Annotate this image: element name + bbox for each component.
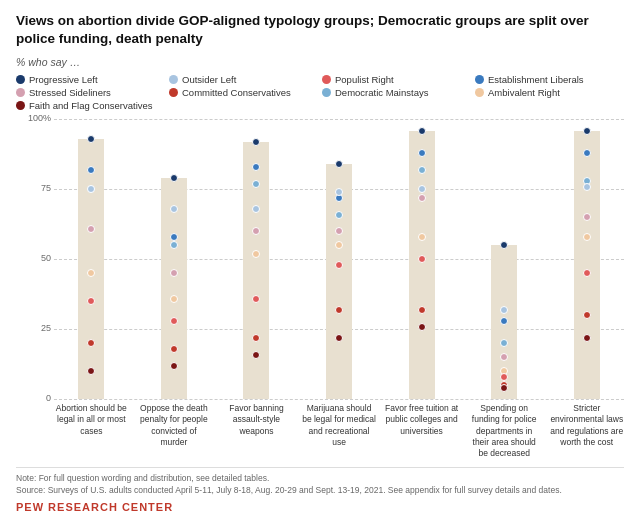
legend-dot <box>475 75 484 84</box>
data-dot <box>418 166 426 174</box>
legend-item: Faith and Flag Conservatives <box>16 100 165 111</box>
x-labels: Abortion should be legal in all or most … <box>54 403 624 458</box>
y-axis: 100%7550250 <box>26 119 54 399</box>
bar-group <box>467 119 542 399</box>
data-dot <box>335 261 343 269</box>
data-dot <box>252 295 260 303</box>
data-dot <box>583 334 591 342</box>
data-dot <box>252 180 260 188</box>
data-dot <box>500 384 508 392</box>
bar-group <box>219 119 294 399</box>
data-dot <box>252 351 260 359</box>
data-dot <box>335 188 343 196</box>
chart-legend: Progressive LeftOutsider LeftPopulist Ri… <box>16 74 624 111</box>
legend-dot <box>16 75 25 84</box>
legend-label: Ambivalent Right <box>488 87 560 98</box>
x-axis-label: Oppose the death penalty for people conv… <box>137 403 212 458</box>
legend-item: Outsider Left <box>169 74 318 85</box>
legend-label: Outsider Left <box>182 74 236 85</box>
y-axis-label: 75 <box>41 183 51 193</box>
data-dot <box>583 213 591 221</box>
bar-group <box>384 119 459 399</box>
footer-note: Note: For full question wording and dist… <box>16 473 624 485</box>
data-dot <box>583 149 591 157</box>
legend-label: Establishment Liberals <box>488 74 584 85</box>
data-dot <box>418 127 426 135</box>
chart-area: 100%7550250 Abortion should be legal in … <box>26 119 624 458</box>
data-dot <box>500 317 508 325</box>
data-dot <box>418 149 426 157</box>
data-dot <box>252 334 260 342</box>
data-dot <box>170 345 178 353</box>
legend-item: Stressed Sideliners <box>16 87 165 98</box>
legend-dot <box>475 88 484 97</box>
data-dot <box>252 227 260 235</box>
legend-label: Faith and Flag Conservatives <box>29 100 153 111</box>
data-dot <box>335 241 343 249</box>
data-dot <box>170 241 178 249</box>
data-dot <box>335 306 343 314</box>
data-dot <box>418 323 426 331</box>
legend-dot <box>322 75 331 84</box>
legend-dot <box>169 75 178 84</box>
legend-item: Populist Right <box>322 74 471 85</box>
x-axis-label: Favor free tuition at public colleges an… <box>384 403 459 458</box>
x-axis-label: Stricter environmental laws and regulati… <box>549 403 624 458</box>
page-container: Views on abortion divide GOP-aligned typ… <box>0 0 640 516</box>
data-dot <box>583 269 591 277</box>
data-dot <box>418 185 426 193</box>
grid-line <box>54 399 624 400</box>
x-axis-label: Abortion should be legal in all or most … <box>54 403 129 458</box>
pew-logo: PEW RESEARCH CENTER <box>16 500 624 515</box>
data-dot <box>583 233 591 241</box>
y-axis-label: 0 <box>46 393 51 403</box>
data-dot <box>87 166 95 174</box>
data-dot <box>87 225 95 233</box>
data-dot <box>252 205 260 213</box>
bar-background <box>574 131 600 400</box>
data-dot <box>87 135 95 143</box>
chart-subtitle: % who say … <box>16 56 624 68</box>
data-dot <box>170 205 178 213</box>
data-dot <box>418 306 426 314</box>
bar-group <box>54 119 129 399</box>
data-dot <box>500 373 508 381</box>
legend-dot <box>322 88 331 97</box>
data-dot <box>500 306 508 314</box>
chart-footer: Note: For full question wording and dist… <box>16 467 624 516</box>
data-dot <box>87 269 95 277</box>
legend-dot <box>169 88 178 97</box>
legend-label: Progressive Left <box>29 74 98 85</box>
legend-label: Populist Right <box>335 74 394 85</box>
legend-item: Ambivalent Right <box>475 87 624 98</box>
y-axis-label: 100% <box>28 113 51 123</box>
legend-dot <box>16 101 25 110</box>
data-dot <box>87 185 95 193</box>
legend-item: Committed Conservatives <box>169 87 318 98</box>
legend-label: Democratic Mainstays <box>335 87 428 98</box>
data-dot <box>170 269 178 277</box>
x-axis-label: Spending on funding for police departmen… <box>467 403 542 458</box>
data-dot <box>335 160 343 168</box>
data-dot <box>418 255 426 263</box>
data-dot <box>500 353 508 361</box>
legend-label: Committed Conservatives <box>182 87 291 98</box>
data-dot <box>418 233 426 241</box>
data-dot <box>170 174 178 182</box>
y-axis-label: 50 <box>41 253 51 263</box>
data-dot <box>583 311 591 319</box>
data-dot <box>252 138 260 146</box>
data-dot <box>87 339 95 347</box>
data-dot <box>170 295 178 303</box>
legend-item: Establishment Liberals <box>475 74 624 85</box>
x-axis-label: Favor banning assault-style weapons <box>219 403 294 458</box>
bar-group <box>549 119 624 399</box>
legend-item: Progressive Left <box>16 74 165 85</box>
data-dot <box>418 194 426 202</box>
data-dot <box>252 163 260 171</box>
data-dot <box>583 127 591 135</box>
data-dot <box>170 317 178 325</box>
legend-label: Stressed Sideliners <box>29 87 111 98</box>
legend-dot <box>16 88 25 97</box>
data-dot <box>87 367 95 375</box>
